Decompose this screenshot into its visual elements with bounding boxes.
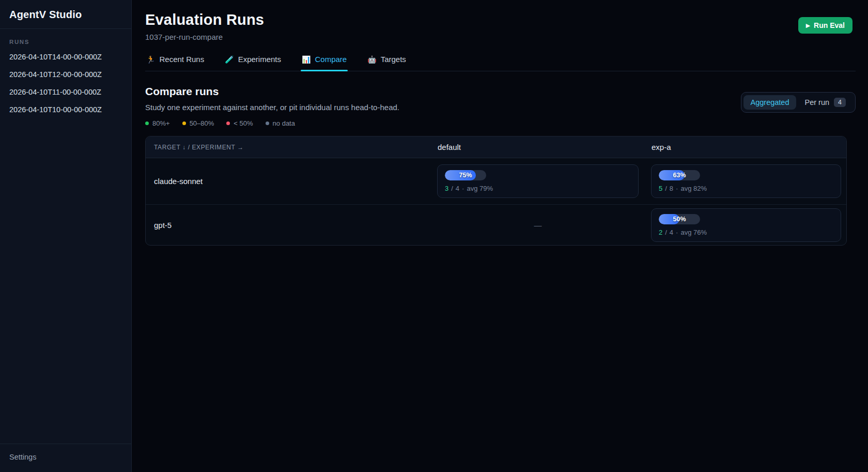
sidebar-footer: Settings bbox=[0, 444, 131, 472]
tab-compare[interactable]: 📊 Compare bbox=[301, 52, 348, 71]
run-eval-label: Run Eval bbox=[814, 21, 845, 29]
passed-count: 3 bbox=[445, 185, 448, 192]
score-pill-label: 75% bbox=[445, 170, 486, 180]
tab-label: Compare bbox=[315, 55, 347, 64]
play-icon: ▶ bbox=[806, 23, 810, 28]
green-dot-icon bbox=[145, 121, 149, 125]
toggle-per-run[interactable]: Per run 4 bbox=[797, 95, 853, 110]
result-card[interactable]: 75% 3 / 4 · avg 79% bbox=[437, 164, 639, 198]
score-stats: 2 / 4 · avg 76% bbox=[659, 229, 833, 236]
matrix-cell: — bbox=[431, 205, 645, 245]
tab-label: Experiments bbox=[238, 55, 281, 64]
result-card[interactable]: 50% 2 / 4 · avg 76% bbox=[651, 208, 841, 242]
avg-score: avg 82% bbox=[680, 185, 707, 192]
score-pill: 63% bbox=[659, 170, 700, 180]
tab-targets[interactable]: 🤖 Targets bbox=[366, 52, 407, 71]
runner-icon: 🏃 bbox=[146, 55, 155, 64]
tab-label: Recent Runs bbox=[159, 55, 204, 64]
legend-item-high: 80%+ bbox=[145, 119, 170, 127]
test-tube-icon: 🧪 bbox=[225, 55, 234, 64]
sidebar-run-item[interactable]: 2026-04-10T12-00-00-000Z bbox=[0, 66, 131, 83]
main-content: Evaluation Runs 1037-per-run-compare ▶ R… bbox=[132, 0, 868, 472]
legend-label: 50–80% bbox=[190, 119, 214, 127]
total-count: 4 bbox=[670, 229, 673, 236]
yellow-dot-icon bbox=[182, 121, 186, 125]
sidebar-run-item[interactable]: 2026-04-10T10-00-00-000Z bbox=[0, 101, 131, 118]
legend-item-nodata: no data bbox=[266, 119, 295, 127]
sidebar: AgentV Studio RUNS 2026-04-10T14-00-00-0… bbox=[0, 0, 132, 472]
sidebar-run-item[interactable]: 2026-04-10T11-00-00-000Z bbox=[0, 83, 131, 101]
legend-label: < 50% bbox=[234, 119, 253, 127]
view-toggle: Aggregated Per run 4 bbox=[741, 92, 856, 113]
matrix-cell: 63% 5 / 8 · avg 82% bbox=[645, 158, 847, 204]
compare-matrix: TARGET ↓ / EXPERIMENT → default exp-a cl… bbox=[145, 136, 847, 246]
target-label: gpt-5 bbox=[146, 221, 431, 230]
sidebar-run-item[interactable]: 2026-04-10T14-00-00-000Z bbox=[0, 48, 131, 66]
score-pill: 50% bbox=[659, 214, 700, 224]
matrix-header-row: TARGET ↓ / EXPERIMENT → default exp-a bbox=[146, 136, 846, 158]
legend-label: 80%+ bbox=[152, 119, 170, 127]
separator: / bbox=[451, 185, 453, 192]
run-eval-button[interactable]: ▶ Run Eval bbox=[798, 17, 853, 34]
separator: · bbox=[676, 185, 678, 192]
score-pill-label: 63% bbox=[659, 170, 700, 180]
app-title: AgentV Studio bbox=[0, 0, 131, 29]
passed-count: 2 bbox=[659, 229, 662, 236]
experiment-column-header: default bbox=[431, 143, 645, 151]
runs-section-label: RUNS bbox=[9, 39, 122, 45]
table-row: claude-sonnet 75% 3 / 4 · avg 79% bbox=[146, 158, 846, 205]
separator: / bbox=[665, 185, 667, 192]
bar-chart-icon: 📊 bbox=[302, 55, 311, 64]
page-title: Evaluation Runs bbox=[145, 11, 856, 28]
legend-item-mid: 50–80% bbox=[182, 119, 214, 127]
toggle-aggregated[interactable]: Aggregated bbox=[743, 95, 797, 110]
total-count: 4 bbox=[456, 185, 459, 192]
no-data-mark: — bbox=[534, 221, 542, 230]
score-pill-label: 50% bbox=[659, 214, 700, 224]
red-dot-icon bbox=[226, 121, 230, 125]
separator: · bbox=[676, 229, 678, 236]
gray-dot-icon bbox=[266, 121, 269, 125]
matrix-cell: 75% 3 / 4 · avg 79% bbox=[431, 158, 645, 204]
robot-icon: 🤖 bbox=[367, 55, 376, 64]
result-card[interactable]: 63% 5 / 8 · avg 82% bbox=[651, 164, 841, 198]
matrix-cell: 50% 2 / 4 · avg 76% bbox=[645, 205, 847, 245]
legend-item-low: < 50% bbox=[226, 119, 253, 127]
page-subtitle: 1037-per-run-compare bbox=[145, 33, 856, 41]
target-label: claude-sonnet bbox=[146, 177, 431, 186]
score-legend: 80%+ 50–80% < 50% no data bbox=[145, 119, 856, 127]
experiment-column-header: exp-a bbox=[645, 143, 847, 151]
separator: · bbox=[462, 185, 464, 192]
matrix-corner-header: TARGET ↓ / EXPERIMENT → bbox=[146, 144, 431, 151]
toggle-label: Per run bbox=[804, 98, 829, 106]
separator: / bbox=[665, 229, 667, 236]
settings-link[interactable]: Settings bbox=[9, 453, 36, 461]
score-stats: 3 / 4 · avg 79% bbox=[445, 185, 631, 192]
avg-score: avg 76% bbox=[680, 229, 707, 236]
tab-bar: 🏃 Recent Runs 🧪 Experiments 📊 Compare 🤖 … bbox=[145, 52, 856, 71]
tab-label: Targets bbox=[381, 55, 406, 64]
tab-experiments[interactable]: 🧪 Experiments bbox=[224, 52, 282, 71]
total-count: 8 bbox=[670, 185, 673, 192]
score-pill: 75% bbox=[445, 170, 486, 180]
per-run-count-badge: 4 bbox=[834, 98, 846, 107]
toggle-label: Aggregated bbox=[751, 98, 789, 106]
table-row: gpt-5 — 50% 2 / 4 · avg 76% bbox=[146, 205, 846, 245]
avg-score: avg 79% bbox=[467, 185, 493, 192]
passed-count: 5 bbox=[659, 185, 662, 192]
score-stats: 5 / 8 · avg 82% bbox=[659, 185, 833, 192]
tab-recent-runs[interactable]: 🏃 Recent Runs bbox=[145, 52, 205, 71]
legend-label: no data bbox=[273, 119, 295, 127]
